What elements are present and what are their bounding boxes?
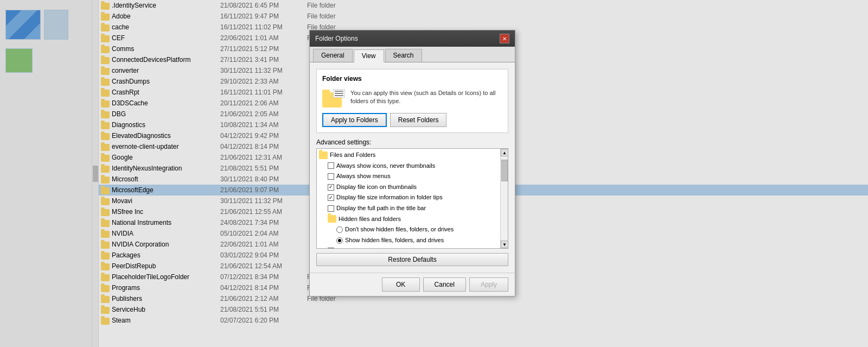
settings-item[interactable]: Display the full path in the title bar — [317, 203, 500, 214]
restore-defaults-button[interactable]: Restore Defaults — [316, 253, 508, 266]
scroll-down-arrow[interactable]: ▼ — [501, 241, 508, 248]
folder-views-section: Folder views You can apply this view (su… — [316, 69, 508, 133]
checkbox[interactable] — [328, 173, 334, 180]
detail-line-2 — [335, 93, 343, 94]
dialog-title: Folder Options — [315, 35, 358, 42]
checkbox[interactable] — [328, 194, 334, 201]
settings-item[interactable]: Hidden files and folders — [317, 214, 500, 225]
checkbox-label: Always show menus — [336, 172, 391, 181]
settings-list[interactable]: Files and FoldersAlways show icons, neve… — [316, 148, 508, 249]
apply-to-folders-button[interactable]: Apply to Folders — [322, 113, 387, 127]
checkbox[interactable] — [328, 162, 334, 169]
apply-button[interactable]: Apply — [469, 277, 508, 292]
folder-views-title: Folder views — [322, 75, 502, 83]
settings-item: Files and Folders — [317, 150, 500, 161]
modal-overlay: Folder Options ✕ General View Search Fol… — [0, 0, 868, 347]
folder-view-icon — [322, 87, 345, 108]
detail-line-1 — [335, 91, 343, 92]
reset-folders-button[interactable]: Reset Folders — [390, 113, 447, 127]
radio-label: Don't show hidden files, folders, or dri… — [345, 225, 454, 235]
settings-item[interactable]: Display file size information in folder … — [317, 192, 500, 203]
group-label: Files and Folders — [330, 150, 375, 160]
dialog-body: Folder views You can apply this view (su… — [310, 62, 515, 273]
checkbox-label: Display file size information in folder … — [336, 193, 443, 203]
checkbox-label: Display file icon on thumbnails — [336, 182, 417, 192]
tab-general[interactable]: General — [313, 49, 353, 62]
radio-button[interactable] — [336, 226, 343, 233]
close-button[interactable]: ✕ — [500, 34, 509, 43]
folder-views-content: You can apply this view (such as Details… — [322, 87, 502, 108]
radio-label: Show hidden files, folders, and drives — [345, 236, 444, 245]
checkbox-label: Display the full path in the title bar — [336, 204, 426, 213]
settings-scrollbar[interactable]: ▲ ▼ — [500, 149, 508, 248]
settings-item[interactable]: Always show icons, never thumbnails — [317, 161, 500, 172]
folder-detail-icon — [333, 89, 345, 98]
settings-item[interactable]: Hide empty drives — [317, 245, 500, 249]
settings-item[interactable]: Display file icon on thumbnails — [317, 182, 500, 193]
tab-view[interactable]: View — [354, 49, 384, 62]
group-folder-icon — [319, 152, 328, 159]
settings-item[interactable]: Always show menus — [317, 171, 500, 182]
group-label: Hidden files and folders — [339, 214, 401, 224]
tab-search[interactable]: Search — [385, 49, 422, 62]
checkbox[interactable] — [328, 248, 334, 249]
title-buttons: ✕ — [500, 34, 509, 43]
dialog-titlebar: Folder Options ✕ — [310, 30, 515, 47]
checkbox[interactable] — [328, 184, 334, 191]
dialog-footer: OK Cancel Apply — [310, 273, 515, 296]
settings-item[interactable]: Show hidden files, folders, and drives — [317, 235, 500, 246]
ok-button[interactable]: OK — [382, 277, 420, 292]
dialog-tabs: General View Search — [310, 47, 515, 62]
folder-options-dialog: Folder Options ✕ General View Search Fol… — [309, 30, 515, 296]
cancel-button[interactable]: Cancel — [423, 277, 466, 292]
radio-button[interactable] — [336, 237, 343, 244]
scroll-thumb[interactable] — [501, 160, 508, 181]
group-folder-icon — [328, 215, 336, 223]
scroll-up-arrow[interactable]: ▲ — [501, 149, 508, 156]
checkbox-label: Always show icons, never thumbnails — [336, 161, 435, 171]
checkbox[interactable] — [328, 205, 334, 212]
settings-item[interactable]: Don't show hidden files, folders, or dri… — [317, 224, 500, 235]
checkbox-label: Hide empty drives — [336, 246, 384, 249]
detail-line-3 — [335, 95, 343, 96]
folder-views-description: You can apply this view (such as Details… — [350, 89, 502, 106]
views-buttons: Apply to Folders Reset Folders — [322, 113, 502, 127]
advanced-label: Advanced settings: — [316, 138, 508, 146]
